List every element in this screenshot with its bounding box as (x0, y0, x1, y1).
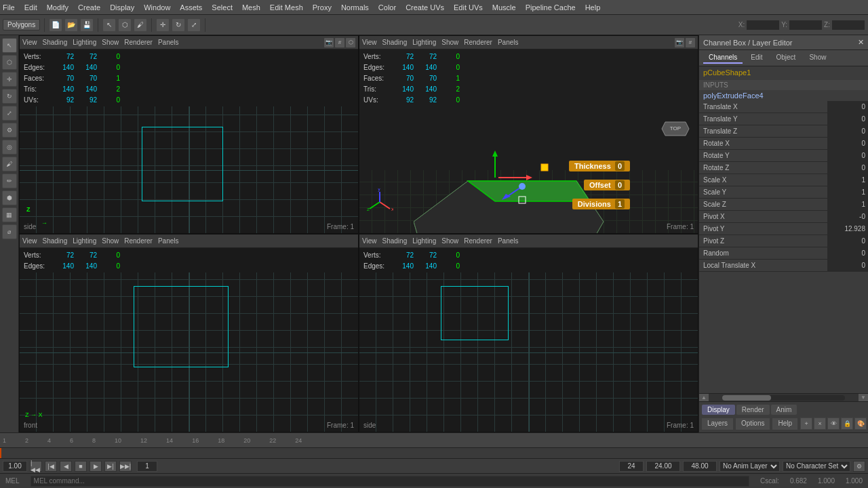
tab-display[interactable]: Display (702, 405, 735, 415)
vp-menu-panels-br[interactable]: Panels (498, 237, 519, 245)
save-scene-icon[interactable]: 💾 (80, 18, 94, 32)
scroll-down-icon[interactable]: ▼ (859, 394, 868, 402)
tab-render[interactable]: Render (736, 405, 770, 415)
frame-range-end-input[interactable] (619, 461, 644, 472)
cluster-icon[interactable]: ⬢ (2, 190, 17, 205)
channel-row-pivot-y[interactable]: Pivot Y 12.928 (699, 223, 868, 235)
viewport-bottom-right[interactable]: View Shading Lighting Show Renderer Pane… (359, 234, 698, 432)
vp-menu-lighting-bl[interactable]: Lighting (73, 237, 96, 245)
channel-row-scale-x[interactable]: Scale X 1 (699, 174, 868, 186)
menu-edit[interactable]: Edit (24, 3, 37, 12)
help-tab[interactable]: Help (772, 418, 797, 430)
mel-input[interactable] (31, 476, 750, 487)
range-end-input[interactable] (646, 461, 680, 472)
menu-normals[interactable]: Normals (341, 3, 369, 12)
grid-icon-tr[interactable]: # (686, 38, 695, 47)
channel-row-translate-z[interactable]: Translate Z 0 (699, 125, 868, 138)
camera-icon-tl[interactable]: 📷 (324, 38, 334, 47)
channel-row-local-translate-x[interactable]: Local Translate X 0 (699, 260, 868, 272)
range-max-input[interactable] (683, 461, 717, 472)
vp-menu-panels-tr[interactable]: Panels (498, 39, 519, 46)
select-icon[interactable]: ↖ (2, 38, 17, 53)
channel-row-translate-x[interactable]: Translate X 0 (699, 101, 868, 113)
delete-layer-icon[interactable]: × (814, 418, 826, 430)
options-tab[interactable]: Options (736, 418, 770, 430)
channel-row-pivot-x[interactable]: Pivot X -0 (699, 211, 868, 223)
menu-modify[interactable]: Modify (47, 3, 68, 12)
channel-row-scale-y[interactable]: Scale Y 1 (699, 186, 868, 199)
camera-icon-tr[interactable]: 📷 (675, 38, 684, 47)
vp-menu-view-br[interactable]: View (362, 237, 377, 245)
coord-x-input[interactable] (746, 20, 780, 30)
wireframe-icon-tl[interactable]: ⬡ (346, 38, 355, 47)
vp-menu-lighting-tr[interactable]: Lighting (412, 39, 436, 46)
viewport-content-br[interactable]: side Frame: 1 (359, 272, 698, 432)
viewport-top-left[interactable]: View Shading Lighting Show Renderer Pane… (19, 35, 359, 234)
vp-menu-show-tl[interactable]: Show (102, 39, 119, 46)
lasso-icon[interactable]: ⬡ (2, 55, 17, 70)
channel-row-rotate-x[interactable]: Rotate X 0 (699, 138, 868, 150)
mode-dropdown[interactable]: Polygons (3, 19, 40, 30)
channel-row-pivot-z[interactable]: Pivot Z 0 (699, 235, 868, 247)
wrap-icon[interactable]: ⌀ (2, 224, 17, 239)
anim-options-icon[interactable]: ⚙ (853, 461, 865, 472)
scale-icon[interactable]: ⤢ (2, 106, 17, 121)
layers-tab[interactable]: Layers (702, 418, 733, 430)
select-tool-icon[interactable]: ↖ (102, 18, 116, 32)
viewport-bottom-left[interactable]: View Shading Lighting Show Renderer Pane… (19, 234, 359, 432)
vp-menu-show-br[interactable]: Show (441, 237, 458, 245)
vp-menu-renderer-tl[interactable]: Renderer (124, 39, 153, 46)
new-scene-icon[interactable]: 📄 (49, 18, 62, 32)
viewport-top-right[interactable]: View Shading Lighting Show Renderer Pane… (359, 35, 698, 234)
scrollbar-track[interactable] (722, 395, 845, 401)
vp-menu-show-bl[interactable]: Show (102, 237, 119, 245)
vp-menu-renderer-br[interactable]: Renderer (464, 237, 492, 245)
artisan-icon[interactable]: ✏ (2, 174, 17, 188)
soft-select-icon[interactable]: ◎ (2, 140, 17, 155)
vp-menu-view-tr[interactable]: View (362, 39, 377, 46)
view-cube[interactable]: TOP (658, 112, 692, 146)
viewport-content-bl[interactable]: Z → X front Frame: 1 (20, 272, 358, 432)
hide-layer-icon[interactable]: 👁 (827, 418, 840, 430)
coord-y-input[interactable] (789, 20, 823, 30)
move-tool-icon[interactable]: ✛ (156, 18, 170, 32)
playback-speed-input[interactable] (3, 461, 27, 472)
vp-menu-lighting-br[interactable]: Lighting (412, 237, 436, 245)
move-icon[interactable]: ✛ (2, 72, 17, 87)
menu-pipeline-cache[interactable]: Pipeline Cache (526, 3, 576, 12)
scrollbar-thumb[interactable] (722, 395, 771, 401)
lock-layer-icon[interactable]: 🔒 (841, 418, 853, 430)
vp-menu-panels-tl[interactable]: Panels (158, 39, 179, 46)
vp-menu-lighting-tl[interactable]: Lighting (73, 39, 96, 46)
menu-edit-uvs[interactable]: Edit UVs (454, 3, 483, 12)
step-back-button[interactable]: |◀ (45, 461, 57, 472)
menu-create-uvs[interactable]: Create UVs (406, 3, 444, 12)
paint-icon[interactable]: 🖌 (2, 157, 17, 171)
scroll-up-icon[interactable]: ▲ (699, 394, 709, 402)
skip-start-button[interactable]: |◀◀ (30, 461, 42, 472)
vp-menu-view-bl[interactable]: View (22, 237, 37, 245)
vp-menu-view-tl[interactable]: View (22, 39, 37, 46)
play-back-button[interactable]: ◀ (60, 461, 72, 472)
lasso-tool-icon[interactable]: ⬡ (118, 18, 132, 32)
menu-assets[interactable]: Assets (180, 3, 202, 12)
paint-select-icon[interactable]: 🖌 (134, 18, 147, 32)
menu-help[interactable]: Help (585, 3, 601, 12)
close-panel-icon[interactable]: ✕ (858, 38, 864, 47)
timeline-ruler[interactable]: 1 2 4 6 8 10 12 14 16 18 20 22 24 (0, 433, 868, 448)
vp-menu-show-tr[interactable]: Show (441, 39, 458, 46)
vp-menu-shading-br[interactable]: Shading (382, 237, 408, 245)
lattice-icon[interactable]: ▦ (2, 207, 17, 222)
tab-channels[interactable]: Channels (703, 52, 743, 64)
vp-menu-shading-tl[interactable]: Shading (43, 39, 68, 46)
viewport-content-tl[interactable]: Z → side Frame: 1 (20, 106, 358, 233)
thickness-label[interactable]: Thickness 0 (569, 161, 630, 171)
grid-icon-tl[interactable]: # (335, 38, 344, 47)
menu-display[interactable]: Display (110, 3, 134, 12)
viewport-content-tr[interactable]: Thickness 0 Offset 0 Divisions 1 TOP x (359, 106, 698, 233)
channel-row-rotate-y[interactable]: Rotate Y 0 (699, 150, 868, 162)
color-layer-icon[interactable]: 🎨 (854, 418, 867, 430)
rotate-icon[interactable]: ↻ (2, 89, 17, 104)
menu-color[interactable]: Color (378, 3, 396, 12)
channel-scrollbar[interactable]: ▲ ▼ (699, 393, 868, 401)
